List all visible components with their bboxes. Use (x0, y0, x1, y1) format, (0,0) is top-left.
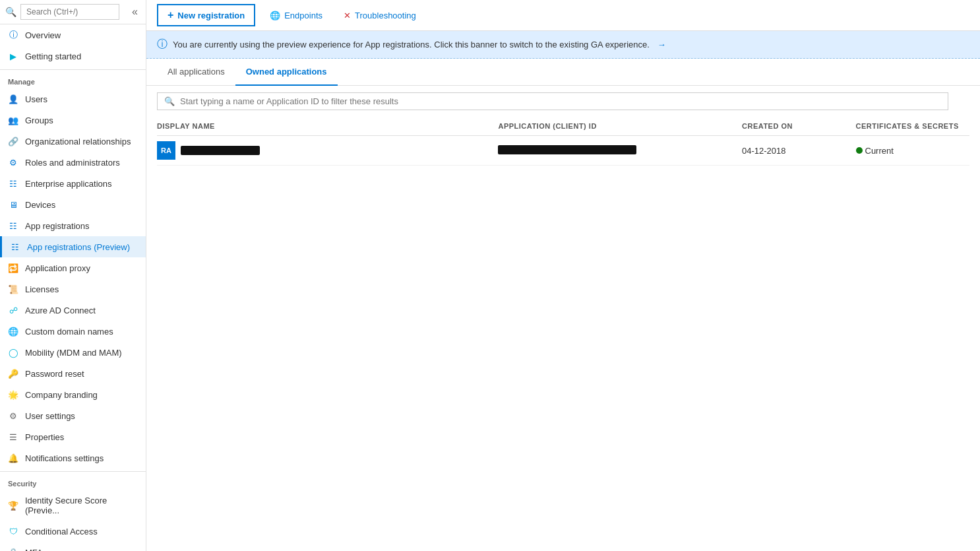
sidebar-item-roles-admin[interactable]: ⚙ Roles and administrators (0, 152, 146, 173)
sidebar-item-password-reset[interactable]: 🔑 Password reset (0, 363, 146, 384)
status-green-dot (856, 147, 863, 154)
sidebar-divider-2 (0, 471, 146, 472)
sidebar-item-label: Azure AD Connect (25, 306, 96, 315)
avatar: RA (157, 141, 175, 160)
sidebar-item-getting-started[interactable]: ▶ Getting started (0, 46, 146, 67)
sidebar: 🔍 « ⓘ Overview ▶ Getting started Manage … (0, 0, 146, 551)
sidebar-item-label: Identity Secure Score (Previe... (25, 496, 138, 515)
roles-icon: ⚙ (8, 157, 18, 168)
brand-icon: 🌟 (8, 389, 18, 400)
sidebar-item-org-relationships[interactable]: 🔗 Organizational relationships (0, 131, 146, 152)
sidebar-item-label: App registrations (25, 221, 90, 231)
filter-bar: 🔍 (146, 86, 980, 117)
mobility-icon: ◯ (8, 347, 18, 358)
connect-icon: ☍ (8, 305, 18, 315)
mfa-icon: 🔒 (8, 547, 18, 551)
sidebar-item-label: User settings (25, 411, 75, 421)
sidebar-item-identity-score[interactable]: 🏆 Identity Secure Score (Previe... (0, 490, 146, 521)
new-registration-button[interactable]: + New registration (157, 4, 255, 26)
usersettings-icon: ⚙ (8, 410, 18, 421)
users-icon: 👤 (8, 94, 18, 104)
sidebar-item-label: Application proxy (25, 263, 90, 273)
sidebar-item-app-registrations[interactable]: ☷ App registrations (0, 215, 146, 236)
cond-icon: 🛡 (8, 526, 18, 536)
sidebar-item-users[interactable]: 👤 Users (0, 88, 146, 110)
sidebar-item-label: Groups (25, 115, 53, 125)
filter-input[interactable] (180, 96, 941, 106)
sidebar-item-groups[interactable]: 👥 Groups (0, 110, 146, 131)
domain-icon: 🌐 (8, 326, 18, 337)
sidebar-item-app-registrations-preview[interactable]: ☷ App registrations (Preview) (0, 236, 146, 257)
endpoints-label: Endpoints (284, 11, 322, 20)
sidebar-item-app-proxy[interactable]: 🔁 Application proxy (0, 257, 146, 278)
sidebar-section-manage: Manage (0, 73, 146, 88)
table-header-row: DISPLAY NAME APPLICATION (CLIENT) ID CRE… (157, 117, 969, 136)
org-icon: 🔗 (8, 136, 18, 146)
tab-all-applications[interactable]: All applications (157, 59, 235, 86)
tab-owned-applications[interactable]: Owned applications (235, 59, 338, 86)
sidebar-item-enterprise-apps[interactable]: ☷ Enterprise applications (0, 173, 146, 194)
sidebar-item-overview[interactable]: ⓘ Overview (0, 24, 146, 46)
display-name-redacted (181, 146, 260, 155)
sidebar-item-custom-domain[interactable]: 🌐 Custom domain names (0, 321, 146, 342)
sidebar-item-label: Enterprise applications (25, 179, 112, 189)
sidebar-item-label: Company branding (25, 390, 98, 400)
table-row[interactable]: RA 04-12-2018 Current (157, 136, 969, 166)
app-table: DISPLAY NAME APPLICATION (CLIENT) ID CRE… (157, 117, 969, 166)
sidebar-item-mobility[interactable]: ◯ Mobility (MDM and MAM) (0, 342, 146, 363)
sidebar-item-label: Properties (25, 432, 64, 442)
sidebar-search-area: 🔍 « (0, 0, 146, 24)
sidebar-item-label: Organizational relationships (25, 137, 131, 146)
devices-icon: 🖥 (8, 199, 18, 210)
sidebar-item-user-settings[interactable]: ⚙ User settings (0, 405, 146, 426)
sidebar-item-mfa[interactable]: 🔒 MFA (0, 542, 146, 551)
enterprise-icon: ☷ (8, 178, 18, 189)
sidebar-item-label: Licenses (25, 284, 59, 294)
x-icon: ✕ (344, 11, 351, 20)
banner-text: You are currently using the preview expe… (173, 40, 650, 49)
sidebar-item-label: Users (25, 94, 47, 104)
sidebar-item-conditional-access[interactable]: 🛡 Conditional Access (0, 521, 146, 542)
col-header-created-on: CREATED ON (742, 117, 855, 136)
col-header-app-id: APPLICATION (CLIENT) ID (498, 117, 742, 136)
groups-icon: 👥 (8, 115, 18, 125)
col-header-display-name: DISPLAY NAME (157, 117, 498, 136)
main-content: + New registration 🌐 Endpoints ✕ Trouble… (146, 0, 980, 551)
sidebar-item-label: MFA (25, 548, 43, 552)
sidebar-item-label: Custom domain names (25, 327, 113, 337)
sidebar-section-security: Security (0, 474, 146, 490)
sidebar-item-company-branding[interactable]: 🌟 Company branding (0, 384, 146, 405)
banner-info-icon: ⓘ (157, 38, 168, 51)
password-icon: 🔑 (8, 368, 18, 379)
sidebar-item-label: Password reset (25, 369, 84, 379)
sidebar-item-devices[interactable]: 🖥 Devices (0, 194, 146, 215)
sidebar-item-label: Roles and administrators (25, 158, 120, 168)
banner-arrow: → (658, 40, 666, 49)
app-id-redacted (498, 145, 636, 154)
proxy-icon: 🔁 (8, 263, 18, 273)
collapse-sidebar-button[interactable]: « (129, 5, 140, 19)
filter-wrapper: 🔍 (157, 92, 948, 110)
sidebar-item-azure-ad-connect[interactable]: ☍ Azure AD Connect (0, 300, 146, 321)
score-icon: 🏆 (8, 500, 18, 511)
sidebar-item-notifications-settings[interactable]: 🔔 Notifications settings (0, 447, 146, 469)
endpoints-button[interactable]: 🌐 Endpoints (263, 7, 329, 24)
info-banner[interactable]: ⓘ You are currently using the preview ex… (146, 31, 980, 59)
sidebar-item-properties[interactable]: ☰ Properties (0, 426, 146, 447)
sidebar-item-label: Overview (25, 30, 61, 40)
appreg-preview-icon: ☷ (10, 242, 20, 252)
search-input[interactable] (20, 4, 119, 20)
properties-icon: ☰ (8, 432, 18, 442)
licenses-icon: 📜 (8, 284, 18, 294)
troubleshooting-button[interactable]: ✕ Troubleshooting (337, 7, 423, 24)
search-icon: 🔍 (5, 7, 16, 17)
created-on-cell: 04-12-2018 (742, 136, 855, 166)
rocket-icon: ▶ (8, 51, 18, 61)
sidebar-item-label: Devices (25, 200, 55, 210)
sidebar-divider (0, 69, 146, 70)
troubleshooting-label: Troubleshooting (355, 11, 416, 20)
cert-status-label: Current (865, 146, 894, 156)
toolbar: + New registration 🌐 Endpoints ✕ Trouble… (146, 0, 980, 31)
app-tabs: All applications Owned applications (146, 59, 980, 86)
sidebar-item-licenses[interactable]: 📜 Licenses (0, 278, 146, 300)
